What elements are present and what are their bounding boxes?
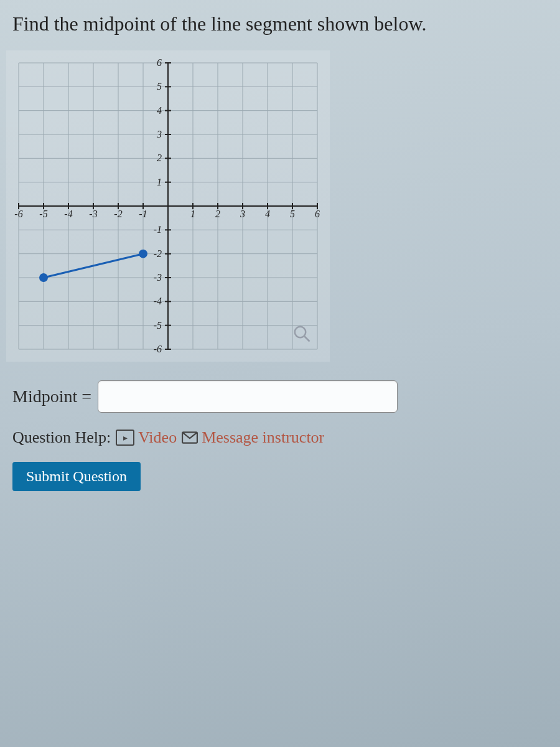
svg-text:5: 5	[290, 209, 295, 219]
svg-text:1: 1	[190, 209, 195, 219]
magnifier-icon	[292, 324, 311, 343]
svg-line-80	[304, 336, 310, 342]
svg-point-79	[295, 327, 306, 338]
message-instructor-label: Message instructor	[202, 428, 324, 447]
svg-text:1: 1	[157, 177, 162, 187]
svg-text:-6: -6	[154, 344, 162, 354]
svg-text:4: 4	[157, 105, 162, 116]
midpoint-input[interactable]	[98, 380, 398, 413]
question-help-label: Question Help:	[12, 428, 111, 447]
svg-text:3: 3	[240, 209, 245, 219]
svg-text:-4: -4	[154, 296, 162, 306]
svg-text:-5: -5	[39, 209, 47, 219]
answer-row: Midpoint =	[12, 380, 548, 413]
envelope-icon	[182, 431, 198, 444]
video-help-label: Video	[138, 428, 177, 447]
svg-text:-3: -3	[154, 272, 162, 283]
message-instructor-link[interactable]: Message instructor	[182, 428, 324, 447]
svg-text:5: 5	[157, 81, 162, 92]
coordinate-graph: -6-5-4-3-2-1123456654321-1-2-3-4-5-6	[6, 50, 330, 362]
submit-question-button[interactable]: Submit Question	[12, 462, 141, 491]
svg-text:2: 2	[215, 209, 220, 219]
svg-text:6: 6	[315, 209, 320, 219]
svg-text:6: 6	[157, 57, 162, 68]
svg-text:-2: -2	[114, 209, 122, 219]
svg-text:-6: -6	[14, 209, 22, 219]
midpoint-label: Midpoint =	[12, 387, 91, 406]
question-help-row: Question Help: ▸ Video Message instructo…	[12, 428, 548, 447]
svg-text:-3: -3	[89, 209, 97, 219]
video-help-link[interactable]: ▸ Video	[116, 428, 177, 447]
svg-point-77	[39, 273, 48, 282]
svg-text:-1: -1	[139, 209, 147, 219]
svg-point-78	[139, 250, 147, 258]
svg-text:2: 2	[157, 153, 162, 163]
svg-text:3: 3	[156, 129, 162, 139]
svg-text:-1: -1	[154, 224, 162, 235]
svg-text:-4: -4	[64, 209, 72, 219]
play-icon: ▸	[116, 430, 134, 446]
svg-text:4: 4	[265, 209, 270, 219]
svg-text:-2: -2	[154, 248, 162, 259]
question-prompt: Find the midpoint of the line segment sh…	[12, 12, 548, 35]
svg-text:-5: -5	[154, 320, 162, 331]
